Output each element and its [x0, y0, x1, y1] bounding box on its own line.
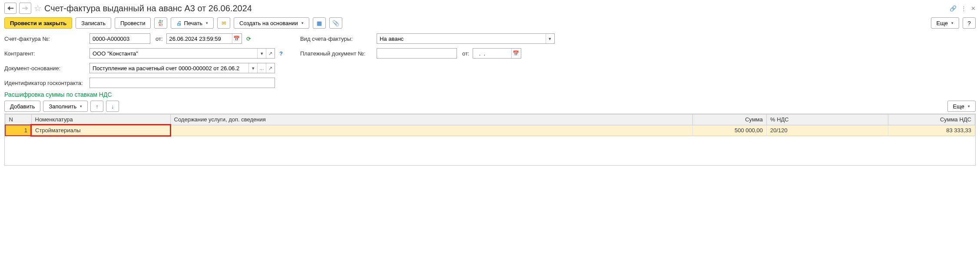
- col-sum[interactable]: Сумма: [693, 114, 767, 125]
- printer-icon: 🖨: [176, 20, 182, 26]
- calendar-icon[interactable]: 📅: [232, 34, 241, 43]
- vat-table[interactable]: N Номенклатура Содержание услуги, доп. с…: [5, 114, 975, 136]
- post-button[interactable]: Провести: [115, 17, 151, 29]
- dtkt-button[interactable]: ДтКт: [154, 17, 167, 29]
- cell-nomenclature[interactable]: Стройматериалы: [31, 125, 170, 136]
- move-up-button[interactable]: ↑: [90, 101, 103, 112]
- nav-fwd-button[interactable]: [19, 3, 31, 14]
- close-icon[interactable]: ✕: [971, 5, 976, 12]
- basis-input[interactable]: [90, 63, 248, 73]
- label-govcontract: Идентификатор госконтракта:: [4, 80, 87, 86]
- table-row[interactable]: 1 Стройматериалы 500 000,00 20/120 83 33…: [5, 125, 975, 136]
- label-paydoc: Платежный документ №:: [300, 50, 374, 57]
- open-icon[interactable]: ↗: [266, 49, 275, 58]
- cell-vat[interactable]: 20/120: [767, 125, 888, 136]
- col-vatsum[interactable]: Сумма НДС: [888, 114, 975, 125]
- payment-no-input[interactable]: [377, 48, 457, 59]
- kebab-icon[interactable]: ⋮: [961, 5, 967, 12]
- col-vat[interactable]: % НДС: [767, 114, 888, 125]
- label-from: от:: [156, 36, 163, 42]
- col-content[interactable]: Содержание услуги, доп. сведения: [170, 114, 693, 125]
- invoice-number-input[interactable]: [89, 33, 150, 44]
- link-icon[interactable]: 🔗: [950, 5, 957, 12]
- payment-date-input[interactable]: [473, 49, 511, 58]
- invoice-date-input[interactable]: [167, 34, 232, 43]
- dropdown-icon[interactable]: ▾: [248, 63, 257, 73]
- fill-button[interactable]: Заполнить: [43, 101, 88, 112]
- label-invoice-type: Вид счета-фактуры:: [300, 36, 374, 42]
- label-basis: Документ-основание:: [4, 65, 87, 72]
- dropdown-icon[interactable]: ▾: [546, 34, 554, 43]
- ellipsis-icon[interactable]: …: [257, 63, 266, 73]
- attach-button[interactable]: 📎: [329, 17, 342, 29]
- col-nomenclature[interactable]: Номенклатура: [31, 114, 170, 125]
- refresh-date-icon[interactable]: ⟳: [246, 36, 251, 42]
- cell-vatsum[interactable]: 83 333,33: [888, 125, 975, 136]
- create-based-button[interactable]: Создать на основании: [234, 17, 309, 29]
- cell-content[interactable]: [170, 125, 693, 136]
- related-icon: ▦: [317, 20, 322, 26]
- email-button[interactable]: ✉: [217, 17, 230, 29]
- label-invoice-no: Счет-фактура №:: [4, 36, 87, 42]
- col-n[interactable]: N: [5, 114, 31, 125]
- table-more-button[interactable]: Еще: [947, 101, 976, 112]
- page-title: Счет-фактура выданный на аванс А3 от 26.…: [44, 3, 947, 13]
- help-button[interactable]: ?: [963, 17, 976, 29]
- write-button[interactable]: Записать: [76, 17, 111, 29]
- cell-n[interactable]: 1: [5, 125, 31, 136]
- move-down-button[interactable]: ↓: [106, 101, 119, 112]
- cell-sum[interactable]: 500 000,00: [693, 125, 767, 136]
- help-icon[interactable]: ?: [279, 50, 283, 57]
- print-button[interactable]: 🖨 Печать: [171, 17, 214, 29]
- label-counterparty: Контрагент:: [4, 50, 87, 57]
- dropdown-icon[interactable]: ▾: [257, 49, 266, 58]
- calendar-icon[interactable]: 📅: [511, 49, 520, 58]
- add-row-button[interactable]: Добавить: [4, 101, 40, 112]
- section-title: Расшифровка суммы по ставкам НДС: [4, 91, 976, 98]
- open-icon[interactable]: ↗: [266, 63, 275, 73]
- label-payfrom: от:: [462, 50, 470, 57]
- favorite-icon[interactable]: ☆: [34, 3, 42, 13]
- more-button[interactable]: Еще: [931, 17, 959, 29]
- govcontract-input[interactable]: [89, 78, 275, 88]
- counterparty-input[interactable]: [90, 49, 257, 58]
- nav-back-button[interactable]: [4, 3, 17, 14]
- invoice-type-select[interactable]: [377, 34, 546, 43]
- clip-icon: 📎: [332, 20, 339, 26]
- related-button[interactable]: ▦: [313, 17, 326, 29]
- post-and-close-button[interactable]: Провести и закрыть: [4, 17, 72, 29]
- envelope-icon: ✉: [222, 20, 226, 26]
